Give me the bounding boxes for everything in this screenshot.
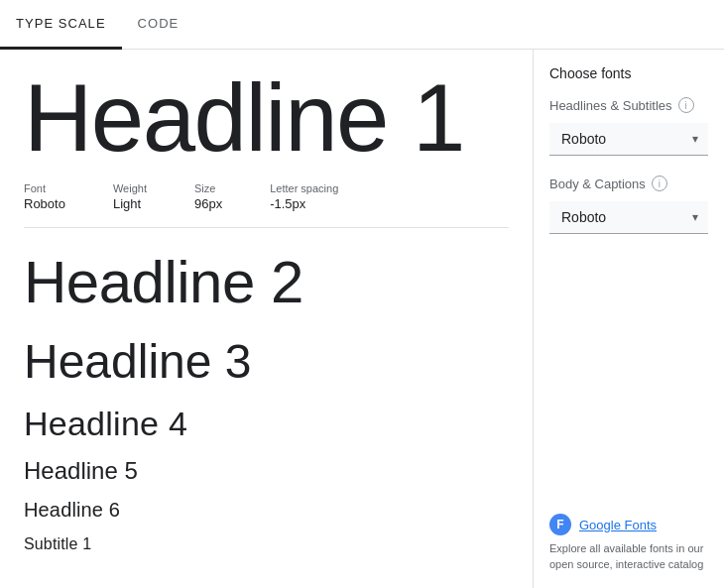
body-font-label: Body & Captions i [549,176,708,191]
headlines-info-icon[interactable]: i [678,97,694,113]
headlines-font-label: Headlines & Subtitles i [549,97,708,113]
tabs-bar: TYPE SCALE CODE [0,0,724,50]
body-font-section: Body & Captions i Roboto ▾ [549,176,708,234]
spacing-value: -1.5px [270,196,338,211]
google-fonts-icon: F [549,514,571,535]
headline2: Headline 2 [24,236,509,324]
tab-code[interactable]: CODE [122,0,195,50]
font-value: Roboto [24,196,65,211]
headline1-text: Headline 1 [24,65,509,171]
meta-weight: Weight Light [113,182,147,211]
google-fonts-desc: Explore all available fonts in our open … [549,541,708,572]
meta-row: Font Roboto Weight Light Size 96px Lette… [24,182,509,211]
headlines-font-select[interactable]: Roboto ▾ [549,123,708,156]
subtitle1: Subtitle 1 [24,528,509,559]
headlines-font-section: Headlines & Subtitles i Roboto ▾ [549,97,708,156]
google-fonts-link-row: F Google Fonts [549,514,708,535]
meta-spacing: Letter spacing -1.5px [270,182,338,211]
headlines-font-value: Roboto [561,131,606,147]
font-label: Font [24,182,65,194]
main-layout: Headline 1 Font Roboto Weight Light Size… [0,50,724,588]
weight-value: Light [113,196,147,211]
spacing-label: Letter spacing [270,182,338,194]
google-fonts-link[interactable]: Google Fonts [579,518,657,532]
left-panel: Headline 1 Font Roboto Weight Light Size… [0,50,534,588]
right-panel: Choose fonts Headlines & Subtitles i Rob… [534,50,724,588]
body-chevron-icon: ▾ [692,210,698,224]
headline3: Headline 3 [24,324,509,397]
headlines-section: Headline 2 Headline 3 Headline 4 Headlin… [24,228,509,559]
size-label: Size [194,182,222,194]
headline5: Headline 5 [24,449,509,491]
headline4: Headline 4 [24,397,509,449]
right-panel-title: Choose fonts [549,65,708,81]
headlines-chevron-icon: ▾ [692,132,698,146]
tab-type-scale[interactable]: TYPE SCALE [0,0,122,50]
headline6: Headline 6 [24,491,509,528]
body-info-icon[interactable]: i [652,176,667,191]
meta-font: Font Roboto [24,182,65,211]
meta-size: Size 96px [194,182,222,211]
body-font-value: Roboto [561,209,606,225]
weight-label: Weight [113,182,147,194]
headline1-section: Headline 1 Font Roboto Weight Light Size… [24,50,509,228]
body-font-select[interactable]: Roboto ▾ [549,201,708,234]
size-value: 96px [194,196,222,211]
google-fonts-section: F Google Fonts Explore all available fon… [549,498,708,572]
